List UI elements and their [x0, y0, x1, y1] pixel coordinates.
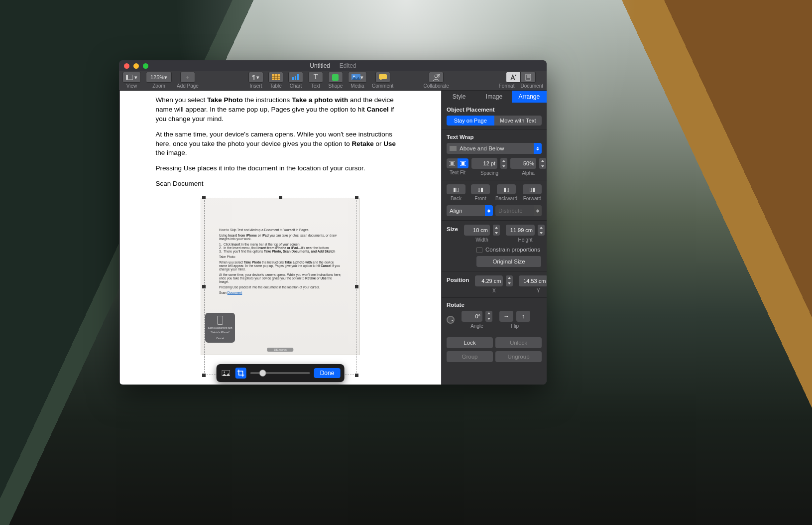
send-backward-button[interactable]: ▮▯ — [497, 184, 516, 194]
page[interactable]: When you select Take Photo the instructi… — [120, 91, 441, 385]
shape-label: Shape — [328, 83, 343, 89]
align-label: Align — [450, 208, 482, 214]
original-size-button[interactable]: Original Size — [476, 256, 541, 267]
resize-handle-mr[interactable] — [355, 285, 358, 288]
height-input[interactable]: 11.99 cm — [506, 225, 535, 236]
svg-point-22 — [224, 372, 225, 373]
view-button[interactable]: ▾ — [122, 72, 141, 83]
paragraph-3[interactable]: Pressing Use places it into the document… — [156, 164, 405, 173]
bring-front-button[interactable]: ▯▮ — [471, 184, 490, 194]
document-label: Document — [520, 83, 543, 89]
height-label: Height — [518, 237, 533, 243]
textfit-tight-button[interactable] — [458, 158, 468, 168]
object-placement-title: Object Placement — [447, 107, 542, 113]
front-label: Front — [474, 196, 486, 201]
window-title: Untitled — Edited — [152, 62, 514, 69]
chart-button[interactable] — [288, 72, 303, 83]
backward-label: Backward — [495, 196, 517, 201]
media-button[interactable]: ▾ — [348, 72, 367, 83]
textfit-label: Text Fit — [450, 170, 465, 175]
angle-stepper[interactable] — [485, 311, 492, 322]
paragraph-1[interactable]: When you select Take Photo the instructi… — [156, 96, 405, 124]
flip-vertical-button[interactable]: ↑ — [516, 311, 530, 322]
minimize-traffic-light[interactable] — [133, 63, 139, 69]
slider-knob[interactable] — [259, 370, 266, 377]
mask-mode-button[interactable] — [221, 368, 232, 379]
crop-mode-button[interactable] — [235, 368, 246, 379]
svg-rect-23 — [451, 162, 454, 165]
alpha-input[interactable]: 50% — [510, 158, 536, 169]
height-stepper[interactable] — [538, 225, 545, 236]
resize-handle-tl[interactable] — [202, 196, 206, 199]
angle-input[interactable]: 0° — [462, 311, 482, 322]
width-stepper[interactable] — [493, 225, 500, 236]
selected-image-frame[interactable]: How to Skip Text and Airdrop a Document … — [204, 198, 356, 375]
x-stepper[interactable] — [506, 275, 513, 286]
x-label: X — [492, 288, 496, 293]
document-button[interactable] — [521, 72, 536, 83]
wrap-mode-icon — [450, 146, 457, 151]
stay-on-page-button[interactable]: Stay on Page — [447, 116, 494, 126]
zoom-traffic-light[interactable] — [143, 63, 148, 69]
lock-button[interactable]: Lock — [447, 337, 493, 348]
collaborate-button[interactable] — [429, 72, 444, 83]
spacing-input[interactable]: 12 pt — [471, 158, 497, 169]
tab-arrange[interactable]: Arrange — [512, 91, 547, 103]
constrain-checkbox[interactable] — [476, 247, 482, 253]
resize-handle-bl[interactable] — [202, 374, 206, 377]
table-button[interactable] — [268, 72, 283, 83]
tab-image[interactable]: Image — [476, 91, 511, 103]
title-text: Untitled — [310, 62, 330, 69]
zoom-slider[interactable] — [250, 372, 310, 374]
add-page-label: Add Page — [177, 83, 199, 89]
comment-button[interactable] — [375, 72, 390, 83]
close-traffic-light[interactable] — [124, 63, 129, 69]
spacing-stepper[interactable] — [500, 158, 507, 169]
alpha-stepper[interactable] — [539, 158, 546, 169]
ungroup-button[interactable]: Ungroup — [495, 351, 542, 362]
selection-outline — [204, 198, 356, 375]
resize-handle-ml[interactable] — [202, 285, 206, 288]
group-button[interactable]: Group — [447, 351, 493, 362]
text-wrap-dropdown[interactable]: Above and Below — [447, 143, 542, 154]
shape-button[interactable] — [328, 72, 343, 83]
flip-horizontal-button[interactable]: → — [499, 311, 513, 322]
unlock-button[interactable]: Unlock — [495, 337, 542, 348]
svg-rect-12 — [379, 74, 387, 79]
format-label: Format — [499, 83, 515, 89]
svg-rect-17 — [526, 74, 531, 80]
svg-rect-2 — [272, 74, 280, 80]
insert-button[interactable]: ¶ ▾ — [248, 72, 263, 83]
y-input[interactable]: 14.53 cm — [519, 275, 547, 286]
document-area[interactable]: When you select Take Photo the instructi… — [119, 91, 442, 385]
resize-handle-tm[interactable] — [279, 196, 282, 199]
paragraph-4[interactable]: Scan Document — [156, 179, 405, 189]
textfit-auto-button[interactable] — [447, 158, 458, 168]
distribute-label: Distribute — [498, 208, 531, 214]
send-back-button[interactable]: ▮▯ — [447, 184, 465, 194]
resize-handle-tr[interactable] — [355, 196, 358, 199]
distribute-dropdown[interactable]: Distribute — [495, 205, 542, 216]
insert-label: Insert — [249, 83, 262, 89]
text-button[interactable]: T — [308, 72, 323, 83]
add-page-button[interactable]: ＋ — [180, 72, 195, 83]
tab-style[interactable]: Style — [442, 91, 476, 103]
inspector-tabs: Style Image Arrange — [442, 91, 547, 103]
done-button[interactable]: Done — [314, 368, 341, 378]
resize-handle-br[interactable] — [355, 374, 358, 377]
paragraph-2[interactable]: At the same time, your device's camera o… — [156, 130, 405, 158]
comment-label: Comment — [372, 83, 393, 89]
constrain-label: Constrain proportions — [485, 247, 540, 253]
align-dropdown[interactable]: Align — [447, 205, 493, 216]
spacing-label: Spacing — [480, 170, 498, 176]
zoom-dropdown[interactable]: 125% ▾ — [146, 72, 172, 83]
table-label: Table — [270, 83, 282, 89]
width-input[interactable]: 10 cm — [464, 225, 490, 236]
pages-window: Untitled — Edited ▾ View 125% ▾ Zoom ＋ A… — [119, 60, 547, 385]
x-input[interactable]: 4.29 cm — [475, 275, 503, 286]
move-with-text-button[interactable]: Move with Text — [494, 116, 542, 126]
collaborate-label: Collaborate — [424, 83, 449, 89]
rotate-dial[interactable] — [447, 316, 455, 324]
bring-forward-button[interactable]: ▯▮ — [523, 184, 542, 194]
format-button[interactable] — [506, 72, 521, 83]
